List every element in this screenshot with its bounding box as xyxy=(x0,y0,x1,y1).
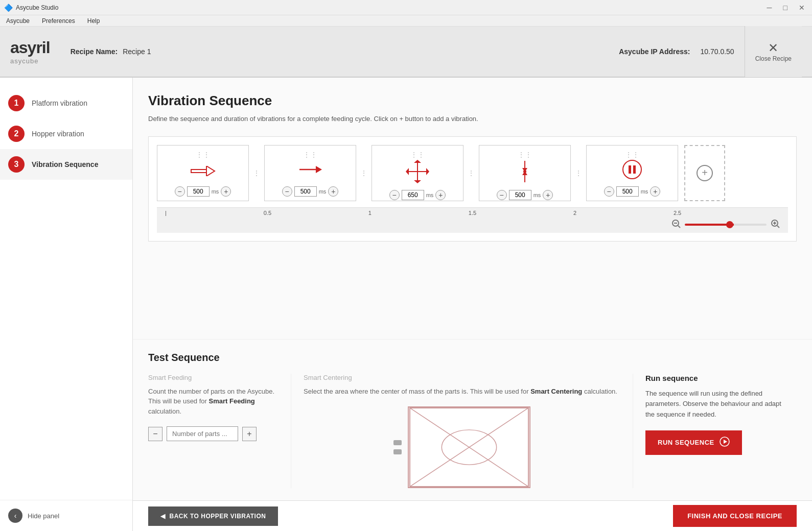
svg-rect-16 xyxy=(629,165,631,174)
cards-row: ⋮⋮ − ms + xyxy=(157,145,788,201)
menu-bar: Asycube Preferences Help xyxy=(0,15,812,27)
zoom-out-button[interactable] xyxy=(671,219,681,230)
drag-handle-5[interactable]: ⋮⋮ xyxy=(623,151,641,159)
vib-card-2: ⋮⋮ − ms + xyxy=(264,145,356,201)
drag-separator-2: ⋮ xyxy=(358,169,369,177)
sidebar-label-hopper: Hopper vibration xyxy=(32,130,84,138)
drag-handle-3[interactable]: ⋮⋮ xyxy=(408,151,427,159)
drag-separator-4: ⋮ xyxy=(573,169,584,177)
finish-and-close-button[interactable]: FINISH AND CLOSE RECIPE xyxy=(673,505,797,527)
app-icon: 🔷 xyxy=(4,4,13,12)
svg-point-14 xyxy=(523,170,526,173)
logo-asycube: asycube xyxy=(10,57,50,65)
add-card-placeholder: + xyxy=(684,145,725,201)
card-4-increase-btn[interactable]: + xyxy=(543,190,553,200)
card-5-ms-input[interactable] xyxy=(616,186,639,197)
run-sequence-icon xyxy=(720,437,730,449)
run-sequence-desc: The sequence will run using the defined … xyxy=(645,389,784,420)
card-3-ms-input[interactable] xyxy=(402,190,424,200)
smart-centering-desc: Select the area where the center of mass… xyxy=(304,387,620,397)
card-controls-3: − ms + xyxy=(389,190,446,200)
menu-asycube[interactable]: Asycube xyxy=(4,16,32,26)
vib-card-4: ⋮⋮ − xyxy=(479,145,571,201)
close-recipe-label: Close Recipe xyxy=(755,55,792,62)
smart-feeding-desc: Count the number of parts on the Asycube… xyxy=(148,387,279,417)
card-2-decrease-btn[interactable]: − xyxy=(282,186,292,197)
drag-handle-2[interactable]: ⋮⋮ xyxy=(301,151,319,159)
card-icon-3 xyxy=(405,159,430,188)
svg-rect-17 xyxy=(633,165,636,174)
minimize-button[interactable]: ─ xyxy=(764,3,775,13)
number-of-parts-input[interactable] xyxy=(167,426,238,441)
card-1-decrease-btn[interactable]: − xyxy=(175,186,185,197)
zoom-in-button[interactable] xyxy=(771,219,780,230)
hide-panel-label: Hide panel xyxy=(28,512,59,520)
smart-feeding-col: Smart Feeding Count the number of parts … xyxy=(148,374,291,489)
menu-preferences[interactable]: Preferences xyxy=(40,16,77,26)
drag-handle-4[interactable]: ⋮⋮ xyxy=(516,151,534,159)
zoom-out-icon xyxy=(671,219,681,228)
ruler-label-2: 2 xyxy=(573,210,576,216)
drag-handle-1[interactable]: ⋮⋮ xyxy=(194,151,212,159)
card-4-decrease-btn[interactable]: − xyxy=(497,190,507,200)
hide-panel-button[interactable]: ‹ Hide panel xyxy=(0,500,132,531)
connector-rect-top xyxy=(393,440,402,445)
card-2-ms-input[interactable] xyxy=(294,186,317,197)
parts-increase-button[interactable]: + xyxy=(242,427,257,441)
card-5-decrease-btn[interactable]: − xyxy=(604,186,614,197)
svg-rect-0 xyxy=(191,170,206,173)
svg-marker-9 xyxy=(426,168,429,175)
card-3-ms-label: ms xyxy=(426,192,434,198)
run-sequence-button[interactable]: RUN SEQUENCE xyxy=(645,430,742,455)
card-1-increase-btn[interactable]: + xyxy=(221,186,231,197)
close-window-button[interactable]: ✕ xyxy=(796,3,808,13)
ruler-label-1_5: 1.5 xyxy=(469,210,476,216)
sidebar-item-platform-vibration[interactable]: 1 Platform vibration xyxy=(0,88,132,118)
app-name: Asycube Studio xyxy=(16,4,58,11)
zoom-slider[interactable] xyxy=(685,224,767,226)
platform-diagram xyxy=(409,407,529,487)
connector-rect-bottom xyxy=(393,449,402,454)
sidebar-label-platform: Platform vibration xyxy=(32,99,87,107)
card-icon-2 xyxy=(297,162,323,181)
page-description: Define the sequence and duration of vibr… xyxy=(148,114,506,124)
back-to-hopper-button[interactable]: ◀ BACK TO HOPPER VIBRATION xyxy=(148,506,278,526)
recipe-name-label: Recipe Name: xyxy=(71,47,118,56)
smart-feeding-title: Smart Feeding xyxy=(148,374,279,381)
test-section: Test Sequence Smart Feeding Count the nu… xyxy=(133,339,812,501)
card-5-increase-btn[interactable]: + xyxy=(650,186,660,197)
platform-box[interactable] xyxy=(408,406,530,488)
ip-address-label: Asycube IP Address: xyxy=(619,47,690,56)
maximize-button[interactable]: □ xyxy=(780,3,791,13)
card-1-ms-input[interactable] xyxy=(187,186,210,197)
card-4-ms-input[interactable] xyxy=(509,190,531,200)
card-2-ms-label: ms xyxy=(319,188,327,195)
card-icon-5 xyxy=(622,159,642,183)
card-3-increase-btn[interactable]: + xyxy=(435,190,446,200)
title-bar-left: 🔷 Asycube Studio xyxy=(4,4,58,12)
sidebar-item-hopper-vibration[interactable]: 2 Hopper vibration xyxy=(0,118,132,149)
logo: asyril asycube xyxy=(10,38,50,65)
sidebar: 1 Platform vibration 2 Hopper vibration … xyxy=(0,78,133,531)
zoom-thumb xyxy=(726,221,733,228)
sidebar-item-vibration-sequence[interactable]: 3 Vibration Sequence xyxy=(0,149,132,180)
page-title: Vibration Sequence xyxy=(148,93,797,109)
close-recipe-button[interactable]: ✕ Close Recipe xyxy=(745,26,802,77)
smart-centering-bold: Smart Centering xyxy=(530,388,582,395)
smart-centering-title: Smart Centering xyxy=(304,374,620,381)
parts-decrease-button[interactable]: − xyxy=(148,427,163,441)
card-controls-1: − ms + xyxy=(175,186,231,197)
finish-button-label: FINISH AND CLOSE RECIPE xyxy=(687,512,782,520)
card-controls-4: − ms + xyxy=(497,190,553,200)
svg-marker-6 xyxy=(414,160,421,163)
add-vibration-button[interactable]: + xyxy=(697,165,713,181)
timeline-ruler: | 0.5 1 1.5 2 2.5 | xyxy=(157,207,788,233)
card-3-decrease-btn[interactable]: − xyxy=(389,190,400,200)
card-controls-5: − ms + xyxy=(604,186,661,197)
hide-chevron-icon: ‹ xyxy=(8,509,22,523)
step-1-circle: 1 xyxy=(8,95,25,111)
main-content: Vibration Sequence Define the sequence a… xyxy=(133,78,812,531)
menu-help[interactable]: Help xyxy=(85,16,102,26)
close-recipe-icon: ✕ xyxy=(768,41,778,55)
card-2-increase-btn[interactable]: + xyxy=(328,186,338,197)
